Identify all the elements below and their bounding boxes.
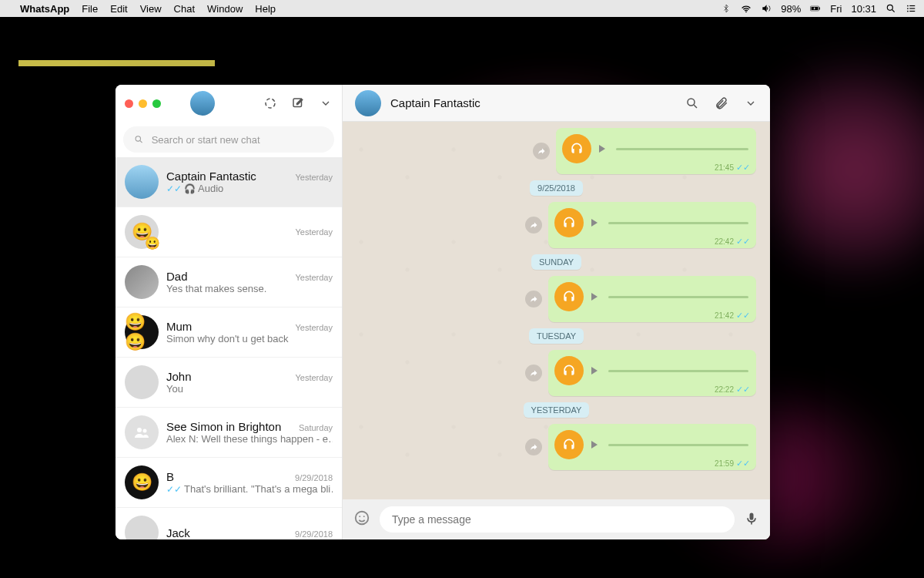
message-time: 21:42 — [715, 311, 734, 320]
chat-name: See Simon in Brighton — [166, 420, 281, 433]
svg-point-13 — [136, 136, 140, 141]
search-input[interactable] — [152, 134, 323, 146]
avatar — [125, 415, 159, 449]
chat-preview: Alex N: Well these things happen - e… — [166, 433, 333, 445]
menu-edit[interactable]: Edit — [110, 3, 127, 15]
message-time: 22:42 — [715, 237, 734, 246]
chat-time: Yesterday — [295, 323, 333, 332]
close-window-button[interactable] — [125, 99, 133, 108]
headphone-icon — [554, 208, 584, 237]
status-icon[interactable] — [263, 96, 277, 110]
menu-extras-icon[interactable] — [906, 3, 916, 14]
menu-window[interactable]: Window — [207, 3, 243, 15]
audio-message-bubble[interactable]: 22:22✓✓ — [548, 350, 756, 396]
volume-icon[interactable] — [761, 3, 772, 14]
audio-track[interactable] — [608, 296, 748, 298]
avatar: 😀😀 — [125, 215, 159, 249]
audio-message-bubble[interactable]: 21:42✓✓ — [548, 276, 756, 322]
spotlight-icon[interactable] — [886, 3, 896, 14]
chat-row[interactable]: 😀😀 Yesterday — [116, 207, 342, 257]
chat-row-john[interactable]: JohnYesterday You — [116, 358, 342, 408]
chat-preview: Simon why don't u get back — [166, 333, 333, 344]
chat-row[interactable]: 😀 B9/29/2018 ✓✓That's brilliant. "That's… — [116, 458, 342, 508]
conversation-menu-icon[interactable] — [744, 96, 758, 110]
battery-icon[interactable] — [810, 3, 821, 14]
new-chat-icon[interactable] — [291, 96, 305, 110]
conversation-avatar[interactable] — [355, 90, 381, 116]
app-menu[interactable]: WhatsApp — [20, 3, 69, 15]
search-box[interactable] — [123, 126, 334, 153]
audio-track[interactable] — [608, 370, 748, 372]
mic-button[interactable] — [744, 511, 759, 529]
forward-icon[interactable] — [525, 217, 542, 234]
play-icon[interactable] — [591, 293, 598, 301]
menu-view[interactable]: View — [140, 3, 162, 15]
wifi-icon[interactable] — [741, 3, 752, 14]
date-separator: 9/25/2018 — [530, 180, 583, 196]
svg-point-7 — [907, 8, 909, 9]
chat-name: Mum — [166, 320, 192, 333]
zoom-window-button[interactable] — [152, 99, 161, 108]
chat-preview: You — [166, 383, 333, 395]
menu-help[interactable]: Help — [255, 3, 276, 15]
menu-file[interactable]: File — [82, 3, 98, 15]
svg-point-11 — [266, 99, 275, 108]
audio-message-bubble[interactable]: 22:42✓✓ — [548, 202, 756, 248]
menu-chat[interactable]: Chat — [174, 3, 195, 15]
read-tick-icon: ✓✓ — [736, 311, 750, 321]
message-time: 21:59 — [715, 459, 734, 468]
chat-row-group[interactable]: See Simon in BrightonSaturday Alex N: We… — [116, 408, 342, 458]
emoji-button[interactable] — [353, 509, 370, 530]
message-time: 21:45 — [715, 163, 734, 172]
read-tick-icon: ✓✓ — [736, 237, 750, 247]
svg-rect-6 — [909, 5, 915, 6]
svg-point-3 — [887, 5, 892, 10]
svg-point-17 — [688, 99, 695, 106]
svg-point-21 — [363, 516, 365, 517]
svg-line-14 — [140, 141, 142, 143]
chat-name: John — [166, 370, 192, 383]
read-tick-icon: ✓✓ — [736, 385, 750, 395]
audio-track[interactable] — [608, 444, 748, 446]
bluetooth-icon[interactable] — [721, 3, 732, 14]
search-in-chat-icon[interactable] — [685, 96, 699, 110]
chat-row-dad[interactable]: DadYesterday Yes that makes sense. — [116, 257, 342, 307]
chat-time: Yesterday — [295, 373, 333, 382]
audio-track[interactable] — [616, 148, 748, 150]
play-icon[interactable] — [591, 367, 598, 375]
menu-chevron-icon[interactable] — [319, 96, 333, 110]
chat-row-jack[interactable]: Jack9/29/2018 — [116, 508, 342, 539]
battery-percent: 98% — [781, 3, 801, 15]
play-icon[interactable] — [591, 219, 598, 227]
sidebar: Captain FantasticYesterday ✓✓🎧Audio 😀😀 Y… — [116, 85, 343, 539]
attach-icon[interactable] — [715, 96, 728, 110]
play-icon[interactable] — [599, 145, 605, 153]
read-tick-icon: ✓✓ — [166, 183, 182, 194]
conversation-header[interactable]: Captain Fantastic — [343, 85, 770, 122]
message-input[interactable] — [380, 506, 735, 533]
play-icon[interactable] — [591, 441, 598, 449]
forward-icon[interactable] — [525, 365, 542, 381]
profile-avatar[interactable] — [190, 91, 215, 116]
headphone-icon: 🎧 — [184, 183, 196, 194]
chat-time: Yesterday — [295, 173, 333, 182]
chat-time: Yesterday — [295, 273, 333, 282]
forward-icon[interactable] — [525, 439, 542, 455]
svg-rect-1 — [819, 8, 820, 10]
chat-row-mum[interactable]: 😀😀 MumYesterday Simon why don't u get ba… — [116, 307, 342, 358]
chat-row-captain-fantastic[interactable]: Captain FantasticYesterday ✓✓🎧Audio — [116, 157, 342, 207]
forward-icon[interactable] — [525, 291, 542, 307]
headphone-icon — [554, 282, 584, 311]
chat-preview: Yes that makes sense. — [166, 283, 333, 294]
minimize-window-button[interactable] — [139, 99, 147, 108]
audio-message-bubble[interactable]: 21:45✓✓ — [556, 128, 756, 174]
forward-icon[interactable] — [533, 143, 550, 160]
svg-line-18 — [694, 105, 697, 108]
messages-area[interactable]: 21:45✓✓9/25/201822:42✓✓SUNDAY21:42✓✓TUES… — [343, 122, 770, 499]
audio-message-bubble[interactable]: 21:59✓✓ — [548, 424, 756, 470]
audio-track[interactable] — [608, 222, 748, 224]
avatar — [125, 165, 159, 199]
chat-list[interactable]: Captain FantasticYesterday ✓✓🎧Audio 😀😀 Y… — [116, 157, 342, 539]
message-row: 21:59✓✓ — [525, 424, 756, 470]
wallpaper-stripe — [18, 60, 215, 66]
